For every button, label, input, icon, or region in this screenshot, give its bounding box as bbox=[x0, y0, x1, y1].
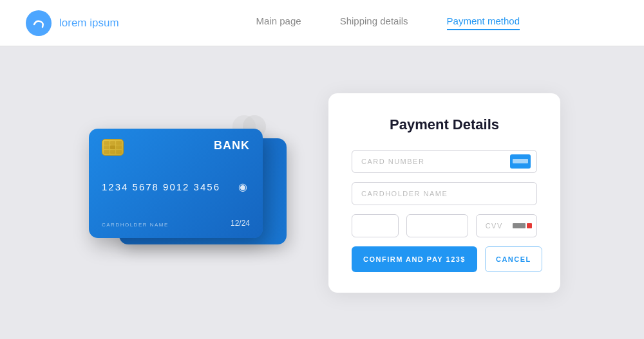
main-nav: Main page Shipping details Payment metho… bbox=[158, 15, 618, 30]
cvv-field-wrap bbox=[476, 214, 537, 237]
cardholder-name-input[interactable] bbox=[352, 182, 537, 205]
logo-icon bbox=[26, 10, 52, 36]
month-input[interactable]: 12 bbox=[352, 214, 399, 237]
card-bank-name: BANK bbox=[214, 139, 250, 152]
panel-title: Payment Details bbox=[352, 116, 537, 133]
expiry-cvv-row: 12 2028 bbox=[352, 214, 537, 237]
svg-point-0 bbox=[30, 15, 47, 32]
nav-item-payment[interactable]: Payment method bbox=[447, 15, 520, 30]
cancel-button[interactable]: CANCEL bbox=[485, 246, 542, 272]
card-number-field-group bbox=[352, 150, 537, 173]
card-number-input-wrap bbox=[352, 150, 537, 173]
cvv-card-icon bbox=[513, 223, 532, 228]
confirm-pay-button[interactable]: CONFIRM AND PAY 123$ bbox=[352, 246, 477, 272]
logo-text: lorem ipsum bbox=[59, 17, 119, 30]
nav-item-main-page[interactable]: Main page bbox=[256, 15, 301, 30]
year-field-wrap: 2028 bbox=[406, 214, 468, 237]
main-content: ite.com56-789 card BANK 1234 5678 9012 3… bbox=[0, 46, 644, 339]
card-number-display: 1234 5678 9012 3456 bbox=[102, 181, 220, 192]
card-top: BANK bbox=[102, 139, 250, 156]
card-type-icon bbox=[510, 154, 531, 169]
cardholder-name-field-group bbox=[352, 182, 537, 205]
chip-icon bbox=[102, 139, 124, 156]
cvv-input-wrap bbox=[476, 214, 537, 237]
card-front: BANK 1234 5678 9012 3456 ◉ CARDHOLDER NA… bbox=[89, 129, 263, 238]
nav-item-shipping[interactable]: Shipping details bbox=[340, 15, 408, 30]
logo-area: lorem ipsum bbox=[26, 10, 119, 36]
card-holder-label: CARDHOLDER NAME bbox=[102, 222, 169, 228]
card-bottom: CARDHOLDER NAME 12/24 bbox=[102, 219, 250, 228]
card-expiry: 12/24 bbox=[231, 219, 250, 228]
credit-cards-illustration: ite.com56-789 card BANK 1234 5678 9012 3… bbox=[84, 122, 290, 264]
button-row: CONFIRM AND PAY 123$ CANCEL bbox=[352, 246, 537, 272]
contactless-icon: ◉ bbox=[238, 181, 247, 193]
header: lorem ipsum Main page Shipping details P… bbox=[0, 0, 644, 46]
card-middle: 1234 5678 9012 3456 ◉ bbox=[102, 181, 250, 193]
payment-panel: Payment Details 12 2028 bbox=[328, 93, 560, 293]
month-field-wrap: 12 bbox=[352, 214, 399, 237]
card-number-input[interactable] bbox=[352, 150, 537, 173]
year-input[interactable]: 2028 bbox=[406, 214, 468, 237]
